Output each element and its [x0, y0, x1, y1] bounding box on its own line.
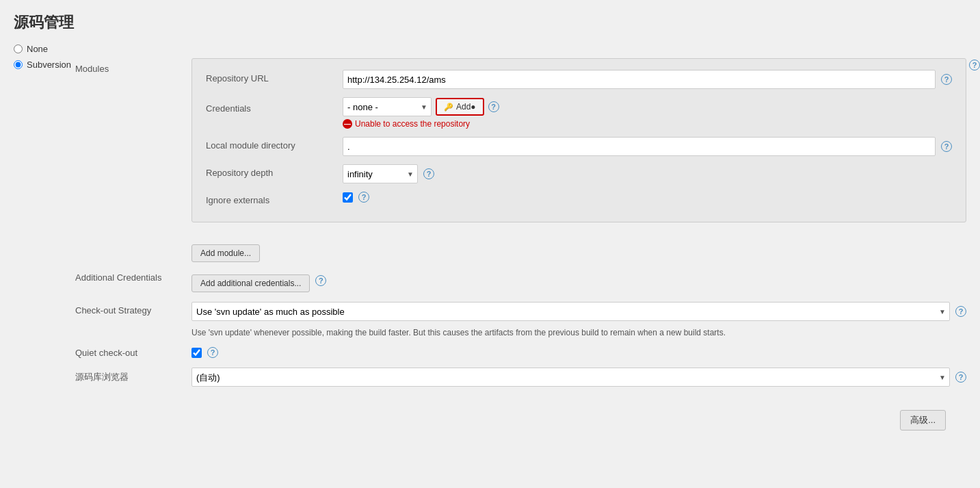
- source-browser-select-wrap: (自动) ▼: [191, 368, 950, 387]
- subversion-section: Subversion ? Modules Repository URL: [14, 58, 966, 396]
- modules-section: Modules Repository URL: [75, 58, 966, 262]
- checkout-strategy-description: Use 'svn update' whenever possible, maki…: [191, 328, 966, 337]
- quiet-checkout-label: Quiet check-out: [75, 348, 191, 358]
- ignore-externals-help-icon[interactable]: ?: [358, 192, 369, 203]
- checkout-strategy-select[interactable]: Use 'svn update' as much as possible Alw…: [191, 302, 950, 321]
- checkout-strategy-row: Check-out Strategy Use 'svn update' as m…: [75, 302, 966, 337]
- none-label: None: [27, 44, 48, 54]
- advanced-button[interactable]: 高级...: [900, 410, 946, 431]
- source-browser-label: 源码库浏览器: [75, 371, 191, 383]
- repository-depth-row: Repository depth infinity empty fi: [206, 164, 952, 183]
- none-radio-group: None: [14, 44, 966, 54]
- modules-panel: Repository URL ?: [191, 58, 966, 222]
- additional-credentials-label: Additional Credentials: [75, 269, 191, 283]
- local-module-directory-row: Local module directory ?: [206, 137, 952, 156]
- repository-url-label: Repository URL: [206, 70, 343, 84]
- subversion-radio[interactable]: [14, 60, 23, 69]
- local-module-directory-help-icon[interactable]: ?: [941, 141, 952, 152]
- none-radio-label[interactable]: None: [14, 44, 966, 54]
- repository-depth-select-wrap: infinity empty files immediates ▼: [343, 164, 418, 183]
- quiet-checkout-checkbox[interactable]: [191, 348, 202, 358]
- ignore-externals-label: Ignore externals: [206, 192, 343, 205]
- credentials-help-icon[interactable]: ?: [488, 101, 499, 112]
- repository-depth-select[interactable]: infinity empty files immediates: [343, 164, 418, 183]
- local-module-directory-control: ?: [343, 137, 952, 156]
- modules-label: Modules: [75, 58, 191, 74]
- add-module-button[interactable]: Add module...: [191, 244, 260, 262]
- credentials-select[interactable]: - none -: [343, 97, 432, 116]
- credentials-label: Credentials: [206, 100, 343, 114]
- page-title: 源码管理: [14, 12, 966, 33]
- repository-depth-label: Repository depth: [206, 164, 343, 178]
- ignore-externals-row: Ignore externals ?: [206, 192, 952, 205]
- repository-url-input[interactable]: [343, 70, 936, 89]
- repository-url-help-icon[interactable]: ?: [941, 74, 952, 85]
- panel-help-row: Repository URL ?: [191, 58, 966, 232]
- error-message: Unable to access the repository: [355, 119, 470, 129]
- subversion-help-icon[interactable]: ?: [969, 60, 980, 70]
- source-browser-select[interactable]: (自动): [191, 368, 950, 387]
- local-module-directory-label: Local module directory: [206, 137, 343, 151]
- bottom-bar: 高级...: [14, 410, 966, 431]
- ignore-externals-checkbox[interactable]: [343, 192, 353, 203]
- ignore-externals-control: ?: [343, 192, 952, 203]
- page-container: 源码管理 None Subversion ? Modules: [0, 0, 980, 444]
- checkout-strategy-label: Check-out Strategy: [75, 302, 191, 316]
- quiet-checkout-row: Quiet check-out ?: [75, 347, 966, 358]
- quiet-checkout-help-icon[interactable]: ?: [207, 347, 218, 358]
- credentials-select-wrap: - none - ▼: [343, 97, 432, 116]
- local-module-directory-input[interactable]: [343, 137, 936, 156]
- key-icon: 🔑: [444, 103, 453, 112]
- none-radio[interactable]: [14, 44, 23, 53]
- credentials-row: Credentials - none - ▼: [206, 97, 952, 129]
- subversion-label: Subversion: [27, 60, 71, 70]
- source-browser-row: 源码库浏览器 (自动) ▼ ?: [75, 368, 966, 387]
- add-module-row: Add module...: [191, 239, 966, 262]
- subversion-radio-label[interactable]: Subversion: [14, 60, 34, 70]
- credentials-control: - none - ▼ 🔑 Add●: [343, 97, 952, 116]
- error-row: — Unable to access the repository: [343, 119, 470, 129]
- additional-credentials-row: Additional Credentials Add additional cr…: [75, 269, 966, 292]
- repository-depth-control: infinity empty files immediates ▼: [343, 164, 952, 183]
- add-additional-credentials-button[interactable]: Add additional credentials...: [191, 274, 310, 292]
- additional-credentials-help-icon[interactable]: ?: [315, 275, 326, 286]
- checkout-strategy-select-wrap: Use 'svn update' as much as possible Alw…: [191, 302, 950, 321]
- source-browser-help-icon[interactable]: ?: [955, 372, 966, 383]
- repository-url-control: ?: [343, 70, 952, 89]
- add-button-label: Add●: [456, 102, 476, 112]
- add-credentials-button[interactable]: 🔑 Add●: [436, 98, 484, 116]
- modules-panel-wrap: Repository URL ?: [191, 58, 966, 262]
- error-icon: —: [343, 119, 352, 129]
- checkout-strategy-help-icon[interactable]: ?: [955, 306, 966, 317]
- repository-url-row: Repository URL ?: [206, 70, 952, 89]
- repository-depth-help-icon[interactable]: ?: [423, 168, 434, 179]
